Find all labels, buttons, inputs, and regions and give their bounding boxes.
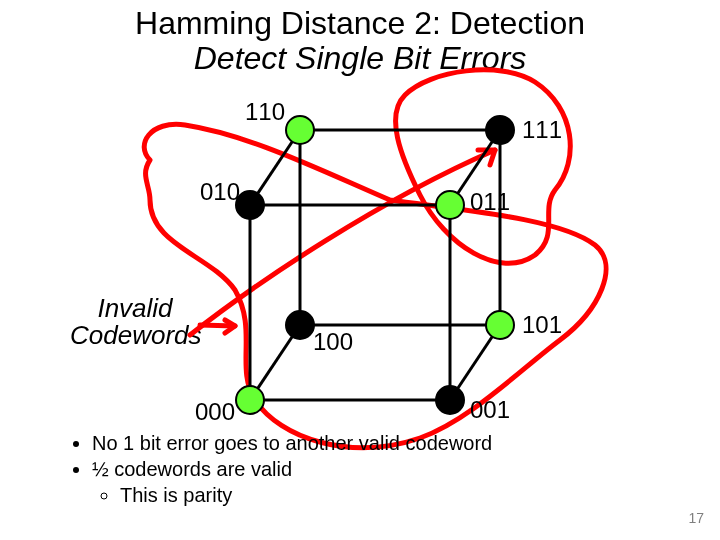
label-001: 001 — [470, 396, 510, 423]
label-101: 101 — [522, 311, 562, 338]
bullet-2a: This is parity — [120, 482, 492, 508]
node-001 — [436, 386, 464, 414]
label-010: 010 — [200, 178, 240, 205]
bullet-2: ½ codewords are valid This is parity — [92, 456, 492, 508]
node-111 — [486, 116, 514, 144]
node-101 — [486, 311, 514, 339]
label-100: 100 — [313, 328, 353, 355]
node-000 — [236, 386, 264, 414]
label-000: 000 — [195, 398, 235, 425]
node-011 — [436, 191, 464, 219]
label-011: 011 — [470, 188, 510, 215]
page-number: 17 — [688, 510, 704, 526]
bullet-1: No 1 bit error goes to another valid cod… — [92, 430, 492, 456]
node-110 — [286, 116, 314, 144]
node-010 — [236, 191, 264, 219]
label-110: 110 — [245, 98, 285, 125]
node-100 — [286, 311, 314, 339]
bullet-list: No 1 bit error goes to another valid cod… — [68, 430, 492, 508]
label-111: 111 — [522, 116, 562, 143]
